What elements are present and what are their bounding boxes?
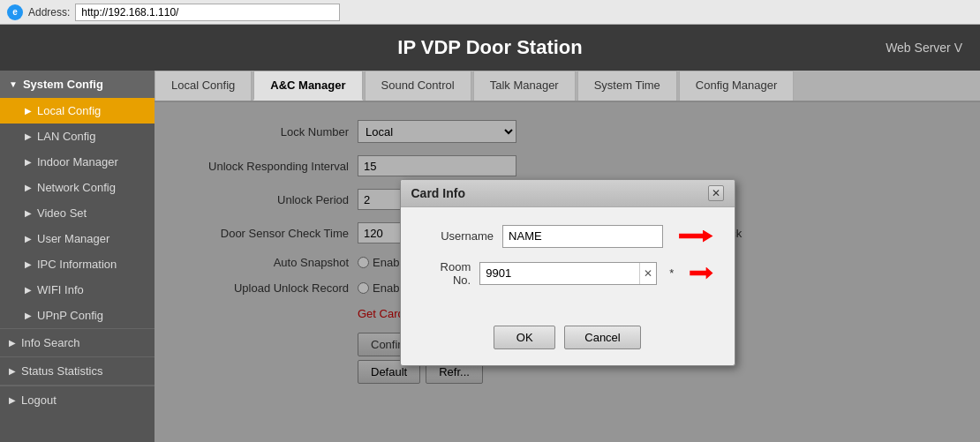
room-no-row: Room No. ✕ * [422,260,713,287]
tab-talk-manager[interactable]: Talk Manager [473,71,576,101]
tab-bar: Local Config A&C Manager Sound Control T… [155,71,980,102]
sidebar-item-local-config[interactable]: ▶ Local Config [0,98,155,124]
modal-ok-button[interactable]: OK [494,326,555,349]
address-bar[interactable]: http://192.168.1.110/ [75,4,340,21]
modal-close-button[interactable]: ✕ [708,185,724,201]
sidebar-status-statistics[interactable]: ▶ Status Statistics [0,356,155,385]
arrow-right-icon: ▶ [9,338,16,348]
username-label: Username [422,229,494,243]
modal-title: Card Info [411,186,465,200]
room-no-input-wrapper: ✕ [479,262,657,285]
arrow-right-icon: ▶ [25,106,32,116]
modal-footer: OK Cancel [401,317,735,365]
address-label: Address: [28,6,70,19]
arrow-right-icon: ▶ [25,234,32,243]
sidebar-item-indoor-manager[interactable]: ▶ Indoor Manager [0,149,155,175]
sidebar-item-video-set[interactable]: ▶ Video Set [0,200,155,226]
room-no-label: Room No. [422,260,471,287]
sidebar-item-wifi-info[interactable]: ▶ WIFI Info [0,277,155,303]
tab-ac-manager[interactable]: A&C Manager [253,71,362,101]
room-no-asterisk: * [669,266,674,280]
card-info-modal: Card Info ✕ Username Room No. [400,179,735,366]
sidebar-item-lan-config[interactable]: ▶ LAN Config [0,124,155,149]
arrow-right-icon: ▶ [25,183,32,192]
sidebar-info-search[interactable]: ▶ Info Search [0,328,155,356]
tab-config-manager[interactable]: Config Manager [679,71,795,101]
app-header: IP VDP Door Station Web Server V [0,25,980,71]
arrow-right-icon: ▶ [25,285,32,295]
room-no-input[interactable] [480,265,639,281]
arrow-right-icon: ▶ [25,208,32,218]
sidebar-item-user-manager[interactable]: ▶ User Manager [0,226,155,251]
sidebar: ▼ System Config ▶ Local Config ▶ LAN Con… [0,71,155,442]
username-row: Username [422,225,713,248]
sidebar-item-ipc-information[interactable]: ▶ IPC Information [0,251,155,277]
modal-cancel-button[interactable]: Cancel [564,326,640,349]
sidebar-logout[interactable]: ▶ Logout [0,386,155,414]
sidebar-item-upnp-config[interactable]: ▶ UPnP Config [0,303,155,328]
modal-body: Username Room No. ✕ * [401,207,735,317]
arrow-right-icon: ▶ [9,366,16,376]
tab-system-time[interactable]: System Time [577,71,677,101]
content-area: Local Config A&C Manager Sound Control T… [155,71,980,442]
arrow-right-icon: ▶ [25,311,32,320]
arrow-indicator-username [679,230,712,243]
arrow-down-icon: ▼ [9,79,18,89]
arrow-right-icon: ▶ [9,395,16,405]
header-right: Web Server V [886,41,962,55]
room-no-clear-button[interactable]: ✕ [639,263,656,284]
sidebar-item-network-config[interactable]: ▶ Network Config [0,175,155,200]
arrow-right-icon: ▶ [25,131,32,141]
form-area: Lock Number Local Remote Unlock Respondi… [155,102,980,442]
browser-icon: e [7,4,23,20]
arrow-right-icon: ▶ [25,259,32,269]
browser-bar: e Address: http://192.168.1.110/ [0,0,980,25]
app-title: IP VDP Door Station [397,36,582,59]
tab-sound-control[interactable]: Sound Control [365,71,471,101]
username-input[interactable] [502,225,663,248]
sidebar-system-config[interactable]: ▼ System Config [0,71,155,98]
modal-header: Card Info ✕ [401,180,735,207]
modal-overlay: Card Info ✕ Username Room No. [155,102,980,442]
arrow-indicator-room [690,267,712,280]
tab-local-config[interactable]: Local Config [155,71,252,101]
main-layout: ▼ System Config ▶ Local Config ▶ LAN Con… [0,71,980,442]
arrow-right-icon: ▶ [25,157,32,167]
